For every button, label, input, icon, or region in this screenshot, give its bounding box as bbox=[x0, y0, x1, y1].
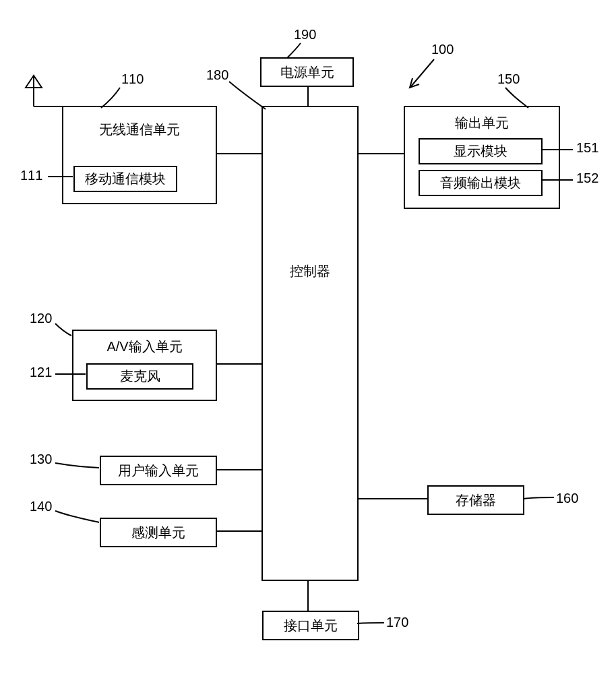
mobile-comm-module: 移动通信模块 bbox=[73, 166, 177, 192]
wireless-label: 无线通信单元 bbox=[99, 121, 180, 139]
ref-180: 180 bbox=[206, 67, 228, 83]
controller-label: 控制器 bbox=[290, 262, 330, 280]
microphone: 麦克风 bbox=[86, 363, 193, 390]
interface-unit: 接口单元 bbox=[262, 611, 359, 640]
ref-111: 111 bbox=[20, 168, 42, 183]
ref-152: 152 bbox=[576, 171, 598, 186]
power-unit: 电源单元 bbox=[260, 57, 354, 87]
microphone-label: 麦克风 bbox=[120, 369, 160, 384]
user-input-unit: 用户输入单元 bbox=[100, 456, 217, 485]
ref-190: 190 bbox=[294, 27, 316, 42]
av-input-label: A/V输入单元 bbox=[106, 338, 182, 356]
mobile-comm-label: 移动通信模块 bbox=[85, 171, 166, 186]
memory: 存储器 bbox=[427, 485, 524, 515]
power-label: 电源单元 bbox=[280, 65, 334, 80]
ref-110: 110 bbox=[121, 71, 144, 87]
ref-140: 140 bbox=[30, 499, 52, 514]
ref-160: 160 bbox=[556, 491, 578, 506]
memory-label: 存储器 bbox=[456, 493, 496, 508]
ref-170: 170 bbox=[386, 615, 408, 630]
ref-100: 100 bbox=[431, 42, 454, 57]
ref-130: 130 bbox=[30, 452, 52, 467]
sensing-label: 感测单元 bbox=[131, 525, 185, 540]
ref-150: 150 bbox=[497, 71, 520, 87]
sensing-unit: 感测单元 bbox=[100, 518, 217, 547]
interface-label: 接口单元 bbox=[284, 618, 338, 633]
display-label: 显示模块 bbox=[454, 144, 507, 158]
controller: 控制器 bbox=[261, 106, 359, 581]
ref-120: 120 bbox=[30, 311, 52, 326]
audio-output-module: 音频输出模块 bbox=[419, 170, 543, 196]
display-module: 显示模块 bbox=[419, 138, 543, 164]
ref-121: 121 bbox=[30, 365, 52, 380]
output-label: 输出单元 bbox=[455, 114, 509, 132]
svg-line-2 bbox=[411, 59, 434, 86]
ref-151: 151 bbox=[576, 140, 598, 156]
user-input-label: 用户输入单元 bbox=[118, 463, 199, 478]
audio-output-label: 音频输出模块 bbox=[440, 175, 521, 190]
